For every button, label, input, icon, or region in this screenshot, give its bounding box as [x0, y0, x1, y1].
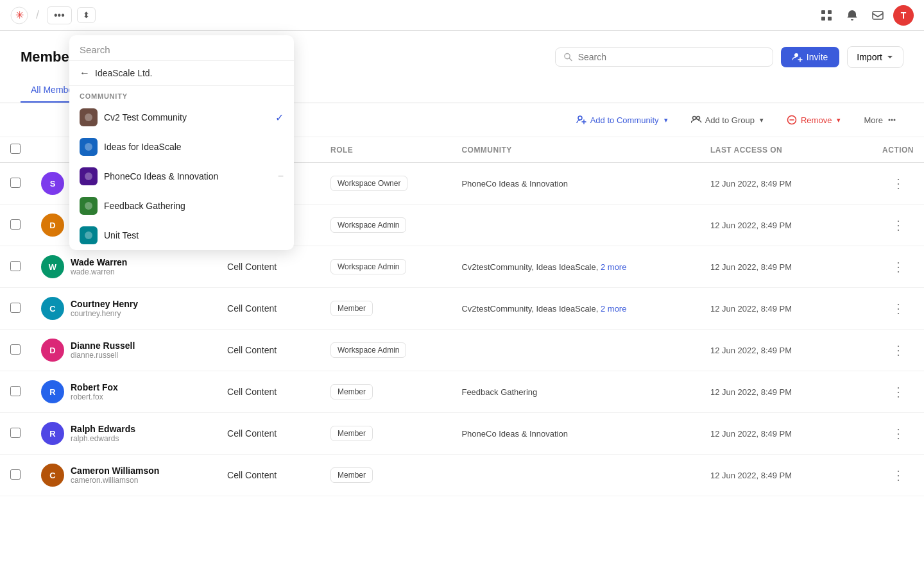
col-header-check — [0, 137, 31, 163]
dropdown-community-item[interactable]: Ideas for IdeaScale — [69, 132, 294, 162]
mail-icon[interactable] — [868, 5, 888, 26]
last-access: 12 Jun 2022, 8:49 PM — [710, 262, 792, 272]
svg-point-12 — [578, 116, 582, 120]
col-header-community: Community — [451, 137, 699, 163]
role-badge: Workspace Admin — [330, 217, 407, 233]
remove-button[interactable]: Remove ▾ — [780, 111, 847, 129]
table-row: R Robert Fox robert.fox Cell Content Mem… — [0, 371, 924, 413]
avatar: C — [41, 297, 64, 320]
row-checkbox[interactable] — [10, 344, 21, 355]
svg-point-23 — [85, 143, 92, 151]
add-to-group-button[interactable]: Add to Group ▾ — [685, 111, 770, 129]
row-action-button[interactable]: ⋮ — [887, 423, 910, 444]
row-checkbox[interactable] — [10, 261, 21, 271]
chevron-down-icon — [886, 53, 894, 61]
last-access: 12 Jun 2022, 8:49 PM — [710, 471, 792, 480]
row-action-button[interactable]: ⋮ — [887, 298, 910, 319]
row-checkbox[interactable] — [10, 386, 21, 396]
table-row: D Dianne Russell dianne.russell Cell Con… — [0, 330, 924, 371]
member-name: Cameron Williamson — [71, 466, 159, 476]
select-all-checkbox[interactable] — [10, 144, 21, 154]
row-action-button[interactable]: ⋮ — [887, 173, 910, 194]
role-badge: Workspace Owner — [330, 176, 407, 191]
community-text: Cv2testCommunity, Ideas IdeaScale, 2 mor… — [461, 262, 626, 272]
invite-button[interactable]: Invite — [781, 47, 839, 67]
dropdown-item-label: Cv2 Test Community — [104, 112, 187, 122]
nav-arrows-button[interactable]: ⬍ — [77, 7, 96, 23]
last-access: 12 Jun 2022, 8:49 PM — [710, 221, 792, 230]
community-more-link[interactable]: 2 more — [601, 262, 626, 272]
cell-content: Cell Content — [227, 428, 277, 439]
search-input[interactable] — [578, 52, 765, 62]
add-community-label: Add to Community — [590, 115, 659, 125]
member-username: robert.fox — [71, 392, 118, 401]
svg-point-16 — [696, 117, 699, 120]
app-logo[interactable]: ✳ — [10, 6, 28, 24]
dropdown-community-item[interactable]: Unit Test — [69, 221, 294, 250]
breadcrumb-more-button[interactable]: ••• — [47, 6, 72, 24]
member-name: Wade Warren — [71, 257, 127, 267]
svg-point-25 — [85, 202, 92, 210]
cell-content: Cell Content — [227, 345, 277, 355]
dropdown-item-icon — [80, 226, 98, 244]
row-action-button[interactable]: ⋮ — [887, 465, 910, 485]
row-action-button[interactable]: ⋮ — [887, 340, 910, 360]
member-cell: D Dianne Russell dianne.russell — [41, 339, 207, 362]
row-action-button[interactable]: ⋮ — [887, 256, 910, 277]
user-avatar[interactable]: T — [893, 5, 914, 26]
search-icon — [563, 52, 573, 62]
svg-text:✳: ✳ — [15, 10, 24, 21]
community-dropdown-panel: Search ← IdeaScale Ltd. COMMUNITY Cv2 Te… — [69, 35, 294, 250]
avatar: R — [41, 422, 64, 445]
member-cell: C Courtney Henry courtney.henry — [41, 297, 207, 320]
search-box[interactable] — [555, 47, 773, 67]
dropdown-community-item[interactable]: PhoneCo Ideas & Innovation − — [69, 162, 294, 191]
avatar: W — [41, 255, 64, 278]
row-action-button[interactable]: ⋮ — [887, 215, 910, 235]
dropdown-item-icon — [80, 108, 98, 126]
dropdown-community-item[interactable]: Cv2 Test Community ✓ — [69, 103, 294, 132]
table-row: C Cameron Williamson cameron.williamson … — [0, 455, 924, 496]
dropdown-item-label: PhoneCo Ideas & Innovation — [104, 171, 218, 181]
avatar: D — [41, 214, 64, 237]
table-row: W Wade Warren wade.warren Cell Content W… — [0, 246, 924, 288]
svg-line-8 — [569, 58, 572, 61]
svg-point-19 — [889, 119, 891, 121]
add-community-icon — [576, 115, 586, 125]
avatar: R — [41, 380, 64, 403]
role-badge: Workspace Admin — [330, 259, 407, 274]
apps-icon[interactable] — [816, 5, 837, 26]
more-label: More — [864, 115, 883, 125]
remove-chevron: ▾ — [837, 116, 841, 124]
dropdown-back-label: IdeaScale Ltd. — [95, 68, 153, 78]
svg-point-26 — [85, 231, 92, 239]
svg-point-20 — [891, 119, 893, 121]
dropdown-back-button[interactable]: ← IdeaScale Ltd. — [69, 61, 294, 86]
member-name: Ralph Edwards — [71, 424, 135, 434]
add-to-community-button[interactable]: Add to Community ▾ — [570, 111, 674, 129]
dropdown-item-icon — [80, 197, 98, 215]
community-more-link[interactable]: 2 more — [601, 304, 626, 314]
dropdown-community-item[interactable]: Feedback Gathering — [69, 191, 294, 221]
member-username: cameron.williamson — [71, 476, 159, 485]
svg-point-15 — [692, 117, 696, 120]
community-text: PhoneCo Ideas & Innovation — [461, 179, 568, 189]
row-action-button[interactable]: ⋮ — [887, 382, 910, 402]
more-button[interactable]: More — [857, 111, 903, 129]
svg-rect-5 — [828, 17, 832, 21]
last-access: 12 Jun 2022, 8:49 PM — [710, 387, 792, 397]
row-checkbox[interactable] — [10, 469, 21, 480]
notifications-icon[interactable] — [842, 5, 862, 26]
table-row: R Ralph Edwards ralph.edwards Cell Conte… — [0, 413, 924, 455]
role-badge: Member — [330, 467, 373, 483]
row-checkbox[interactable] — [10, 303, 21, 313]
import-button[interactable]: Import — [847, 46, 903, 68]
svg-point-9 — [794, 53, 798, 57]
row-checkbox[interactable] — [10, 428, 21, 438]
add-community-chevron: ▾ — [664, 116, 668, 124]
row-checkbox[interactable] — [10, 178, 21, 188]
table-row: C Courtney Henry courtney.henry Cell Con… — [0, 288, 924, 330]
member-name: Dianne Russell — [71, 340, 135, 351]
row-checkbox[interactable] — [10, 219, 21, 230]
add-group-icon — [691, 115, 701, 125]
